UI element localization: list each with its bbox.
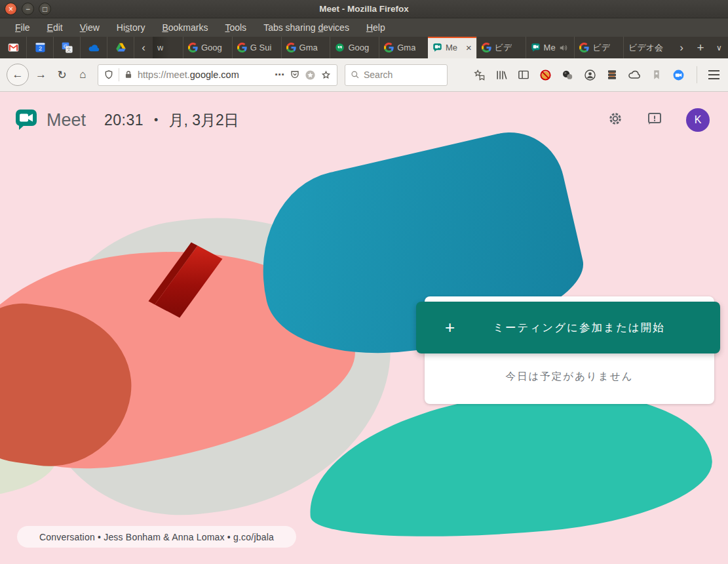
tab-label: Me [446, 43, 457, 52]
tab-label: Goog [348, 43, 369, 52]
plus-icon: + [445, 317, 455, 338]
meet-favicon-icon [432, 43, 442, 52]
browser-tab[interactable]: ビデ [574, 37, 623, 58]
zoom-extension-icon[interactable] [672, 69, 685, 81]
forward-button[interactable]: → [32, 68, 50, 81]
google-favicon-icon [384, 43, 394, 52]
google-favicon-icon [482, 43, 491, 52]
drive-icon [115, 42, 126, 53]
header-actions: K [607, 108, 710, 132]
browser-tab[interactable]: ビデオ会 [623, 37, 672, 58]
schedule-empty-text: 今日は予定がありません [425, 370, 714, 384]
tab-label: ビデ [592, 42, 610, 54]
artwork-caption-pill: Conversation • Jess Bonham & Anna Lomax … [17, 526, 296, 548]
browser-tab[interactable]: Goog [183, 37, 232, 58]
meet-brand: Meet [14, 107, 86, 133]
window-close-button[interactable]: × [5, 3, 17, 15]
header-dot: • [154, 113, 158, 127]
tab-stack-extension-icon[interactable] [606, 69, 618, 81]
firefox-window: × − □ Meet - Mozilla Firefox FileEditVie… [0, 0, 728, 564]
menu-icon[interactable] [708, 70, 719, 79]
overflow-tab-label: w [157, 43, 163, 52]
library-icon[interactable] [495, 69, 508, 81]
cloud-extension-icon[interactable] [628, 68, 641, 81]
google-favicon-icon [188, 43, 198, 52]
search-input[interactable] [364, 70, 442, 80]
bookmark-star-icon[interactable] [320, 70, 332, 81]
window-maximize-button[interactable]: □ [39, 3, 51, 15]
site-star-badge-icon[interactable] [305, 70, 316, 81]
feedback-icon[interactable] [647, 111, 662, 129]
tab-close-icon[interactable]: × [466, 42, 472, 53]
menu-tabs-sharing-devices[interactable]: Tabs sharing devices [256, 20, 356, 35]
join-or-start-meeting-button[interactable]: + ミーティングに参加または開始 [416, 302, 720, 353]
pinned-tab-onedrive-icon[interactable] [81, 37, 107, 58]
reload-button[interactable]: ↻ [53, 68, 71, 82]
menu-edit[interactable]: Edit [40, 20, 70, 35]
tab-strip: GoogG SuiGmaGoogGmaMe×ビデMeビデビデオ会 [183, 37, 672, 58]
google-favicon-icon [579, 43, 589, 52]
menu-view[interactable]: View [73, 20, 107, 35]
tab-label: Gma [397, 43, 415, 52]
pinned-tab-translate-icon[interactable]: G文 [54, 37, 81, 58]
pinned-tab-calendar-icon[interactable]: 2 [27, 37, 54, 58]
spheres-extension-icon[interactable] [562, 69, 574, 81]
browser-tab[interactable]: G Sui [232, 37, 281, 58]
star-banner-icon[interactable] [473, 69, 486, 81]
tab-label: Goog [201, 43, 222, 52]
settings-gear-icon[interactable] [607, 111, 623, 129]
browser-tab[interactable]: ビデ [476, 37, 526, 58]
url-text: https://meet.google.com [138, 70, 248, 80]
browser-tab-active[interactable]: Me× [428, 37, 476, 58]
tab-label: Gma [299, 43, 318, 52]
search-bar[interactable] [345, 64, 448, 86]
url-bar[interactable]: https://meet.google.com ⋯ [98, 64, 337, 86]
sidebar-icon[interactable] [518, 69, 529, 81]
search-icon [351, 70, 360, 79]
content-blocker-icon[interactable] [539, 69, 552, 81]
disabled-bookmark-extension-icon[interactable] [651, 69, 662, 81]
list-all-tabs-button[interactable]: ∨ [710, 37, 728, 58]
pinned-tab-drive-icon[interactable] [107, 37, 134, 58]
page-actions-icon[interactable]: ⋯ [275, 69, 285, 81]
account-avatar[interactable]: K [686, 108, 710, 132]
menu-history[interactable]: History [109, 20, 153, 35]
overflow-tab[interactable]: w [153, 37, 183, 58]
tab-label: Me [544, 43, 556, 52]
menu-bookmarks[interactable]: Bookmarks [155, 20, 215, 35]
browser-tab[interactable]: Gma [379, 37, 428, 58]
toolbar-extension-icons [473, 68, 685, 81]
tab-audio-icon[interactable] [559, 43, 568, 52]
tracking-protection-shield-icon[interactable] [104, 70, 114, 80]
menu-file[interactable]: File [8, 20, 37, 35]
meet-header: Meet 20:31 • 月, 3月2日 K [0, 92, 728, 148]
window-minimize-button[interactable]: − [22, 3, 34, 15]
onedrive-icon [88, 42, 100, 54]
home-button[interactable]: ⌂ [74, 68, 92, 81]
tabbar: 2G文 ‹ w GoogG SuiGmaGoogGmaMe×ビデMeビデビデオ会… [0, 37, 728, 58]
back-button[interactable]: ← [7, 64, 29, 86]
window-title: Meet - Mozilla Firefox [0, 4, 728, 14]
svg-text:2: 2 [38, 45, 41, 52]
new-tab-button[interactable]: + [691, 37, 710, 58]
url-domain: google.com [190, 70, 239, 80]
browser-tab[interactable]: Gma [281, 37, 330, 58]
browser-tab[interactable]: Me [526, 37, 575, 58]
tab-label: ビデ [495, 42, 512, 54]
pocket-icon[interactable] [290, 70, 300, 80]
menu-tools[interactable]: Tools [218, 20, 254, 35]
menu-help[interactable]: Help [359, 20, 393, 35]
svg-text:文: 文 [66, 47, 71, 52]
pinned-tab-gmail-icon[interactable] [0, 37, 27, 58]
lock-icon[interactable] [124, 70, 133, 79]
tab-scroll-right-button[interactable]: › [672, 37, 691, 58]
account-extension-icon[interactable] [584, 69, 596, 81]
window-controls: × − □ [5, 3, 51, 15]
browser-tab[interactable]: Goog [330, 37, 379, 58]
google-favicon-icon [286, 43, 296, 52]
tab-scroll-left-button[interactable]: ‹ [134, 37, 153, 58]
calendar-icon: 2 [35, 42, 46, 53]
join-or-start-meeting-label: ミーティングに参加または開始 [493, 321, 664, 335]
google-favicon-icon [237, 43, 247, 52]
url-separator [119, 68, 119, 81]
